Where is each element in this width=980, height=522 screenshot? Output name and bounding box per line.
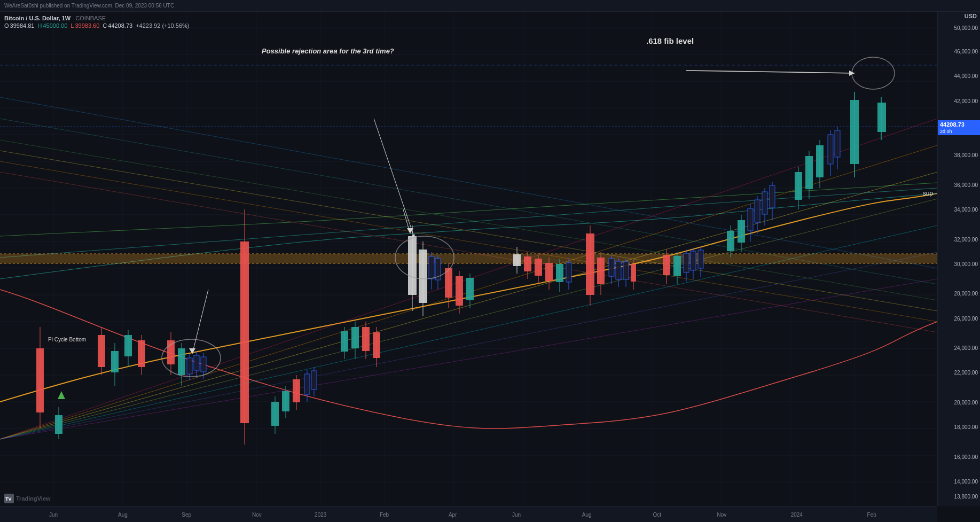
svg-rect-82: [304, 374, 310, 394]
svg-rect-84: [311, 371, 317, 389]
svg-rect-80: [293, 379, 300, 402]
svg-rect-152: [770, 185, 775, 208]
price-22000: 22,000.00: [954, 370, 978, 376]
svg-rect-46: [0, 254, 937, 263]
svg-rect-142: [727, 231, 734, 251]
watermark: TV TradingView: [4, 494, 51, 503]
svg-rect-146: [748, 208, 753, 231]
svg-rect-138: [691, 251, 696, 270]
svg-text:TV: TV: [5, 496, 12, 502]
publisher-label: WeAreSat0shi published on TradingView.co…: [4, 3, 174, 9]
svg-rect-158: [816, 145, 824, 177]
svg-rect-86: [341, 331, 348, 352]
price-28000: 28,000.00: [954, 291, 978, 297]
svg-rect-166: [877, 103, 886, 132]
svg-line-35: [0, 172, 937, 439]
svg-marker-170: [58, 391, 65, 399]
svg-line-171: [374, 119, 414, 236]
svg-rect-116: [556, 264, 563, 282]
usd-label: USD: [961, 12, 980, 20]
price-20000: 20,000.00: [954, 399, 978, 405]
svg-rect-120: [586, 233, 594, 295]
price-32000: 32,000.00: [954, 236, 978, 242]
time-nov: Nov: [252, 512, 262, 518]
price-26000: 26,000.00: [954, 315, 978, 321]
svg-rect-130: [631, 264, 636, 282]
svg-rect-68: [187, 358, 192, 374]
time-2023: 2023: [315, 512, 326, 518]
price-18000: 18,000.00: [954, 424, 978, 430]
tradingview-logo-icon: TV: [4, 494, 14, 503]
price-14000: 14,000.00: [954, 478, 978, 484]
svg-rect-140: [698, 250, 703, 268]
open-label: O39984.81: [4, 22, 34, 29]
svg-rect-76: [271, 402, 279, 426]
svg-rect-162: [835, 130, 840, 157]
svg-rect-78: [282, 391, 289, 411]
svg-rect-94: [408, 236, 417, 295]
svg-rect-66: [178, 348, 185, 375]
chart-container: WeAreSat0shi published on TradingView.co…: [0, 0, 980, 522]
svg-rect-114: [545, 263, 553, 281]
svg-rect-96: [419, 250, 427, 303]
price-46000: 46,000.00: [954, 49, 978, 54]
price-50000: 50,000.00: [954, 25, 978, 30]
svg-rect-60: [124, 335, 132, 356]
time-nov2: Nov: [717, 512, 726, 518]
chart-header: Bitcoin / U.S. Dollar, 1W COINBASE O3998…: [0, 12, 193, 32]
price-36000: 36,000.00: [954, 182, 978, 188]
svg-rect-126: [616, 261, 621, 279]
close-label: C44208.73: [103, 22, 132, 29]
svg-rect-128: [623, 262, 629, 279]
price-34000: 34,000.00: [954, 207, 978, 213]
price-44000: 44,000.00: [954, 73, 978, 79]
trading-pair: Bitcoin / U.S. Dollar, 1W COINBASE: [4, 15, 106, 21]
svg-rect-160: [828, 135, 833, 164]
time-sep: Sep: [182, 512, 191, 518]
high-label: H45000.00: [37, 22, 67, 29]
time-2024: 2024: [791, 512, 803, 518]
low-label: L39983.60: [70, 22, 99, 29]
svg-line-36: [0, 199, 937, 439]
time-jun: Jun: [49, 512, 58, 518]
svg-rect-56: [98, 335, 105, 367]
svg-rect-74: [240, 241, 249, 423]
svg-rect-92: [373, 332, 380, 358]
svg-point-168: [852, 57, 895, 89]
price-13800: 13,800.00: [954, 493, 978, 499]
svg-rect-118: [566, 263, 571, 282]
svg-rect-106: [466, 278, 474, 300]
y-axis: 50,000.00 46,000.00 44,000.00 42,000.00 …: [937, 12, 980, 506]
svg-rect-98: [429, 256, 434, 279]
svg-rect-132: [663, 255, 670, 275]
chart-area[interactable]: [0, 12, 937, 506]
svg-rect-148: [755, 200, 760, 222]
x-axis: Jun Aug Sep Nov 2023 Feb Apr Jun Aug Oct…: [0, 506, 937, 522]
time-oct: Oct: [653, 512, 661, 518]
price-16000: 16,000.00: [954, 454, 978, 459]
time-aug: Aug: [118, 512, 128, 518]
svg-line-43: [0, 140, 937, 300]
price-change: +4223.92 (+10.56%): [136, 22, 189, 29]
svg-rect-150: [762, 192, 767, 214]
time-apr: Apr: [449, 512, 457, 518]
price-chart: [0, 12, 937, 506]
svg-line-176: [686, 71, 854, 73]
svg-rect-88: [351, 327, 359, 348]
time-feb: Feb: [380, 512, 389, 518]
svg-rect-108: [513, 254, 521, 266]
time-jun2: Jun: [512, 512, 521, 518]
price-42000: 42,000.00: [954, 98, 978, 104]
time-aug2: Aug: [582, 512, 592, 518]
top-bar: WeAreSat0shi published on TradingView.co…: [0, 0, 980, 12]
svg-rect-144: [738, 220, 745, 243]
price-30000: 30,000.00: [954, 261, 978, 267]
svg-rect-58: [111, 351, 119, 372]
svg-rect-110: [524, 256, 531, 271]
svg-rect-136: [684, 253, 689, 272]
svg-rect-70: [194, 355, 199, 370]
svg-rect-154: [795, 172, 802, 200]
svg-rect-64: [167, 340, 175, 364]
svg-rect-72: [201, 357, 206, 372]
svg-rect-122: [597, 258, 605, 284]
